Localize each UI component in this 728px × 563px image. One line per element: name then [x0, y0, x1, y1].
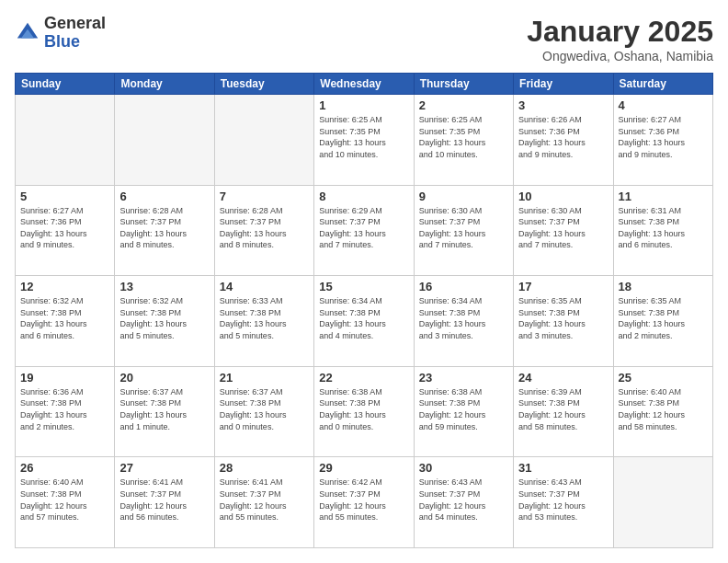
- day-number: 14: [220, 280, 309, 293]
- day-number: 7: [220, 190, 309, 203]
- calendar-week-row: 12Sunrise: 6:32 AM Sunset: 7:38 PM Dayli…: [16, 276, 713, 367]
- table-row: 3Sunrise: 6:26 AM Sunset: 7:36 PM Daylig…: [514, 95, 613, 186]
- month-title: January 2025: [527, 15, 713, 49]
- table-row: [16, 95, 115, 186]
- day-info: Sunrise: 6:42 AM Sunset: 7:37 PM Dayligh…: [319, 477, 408, 523]
- day-info: Sunrise: 6:39 AM Sunset: 7:38 PM Dayligh…: [518, 386, 608, 432]
- day-info: Sunrise: 6:43 AM Sunset: 7:37 PM Dayligh…: [419, 477, 508, 523]
- calendar-week-row: 26Sunrise: 6:40 AM Sunset: 7:38 PM Dayli…: [16, 457, 713, 548]
- day-number: 30: [419, 461, 508, 475]
- day-number: 19: [20, 371, 109, 385]
- day-number: 5: [20, 190, 109, 203]
- day-info: Sunrise: 6:31 AM Sunset: 7:38 PM Dayligh…: [619, 205, 708, 251]
- calendar-table: Sunday Monday Tuesday Wednesday Thursday…: [15, 73, 713, 548]
- day-info: Sunrise: 6:38 AM Sunset: 7:38 PM Dayligh…: [419, 386, 508, 432]
- day-info: Sunrise: 6:43 AM Sunset: 7:37 PM Dayligh…: [518, 477, 608, 523]
- day-number: 28: [220, 461, 309, 475]
- day-number: 2: [419, 98, 508, 112]
- day-info: Sunrise: 6:41 AM Sunset: 7:37 PM Dayligh…: [119, 477, 209, 523]
- table-row: 26Sunrise: 6:40 AM Sunset: 7:38 PM Dayli…: [16, 457, 115, 548]
- day-info: Sunrise: 6:34 AM Sunset: 7:38 PM Dayligh…: [419, 295, 508, 341]
- col-friday: Friday: [514, 74, 613, 95]
- day-info: Sunrise: 6:41 AM Sunset: 7:37 PM Dayligh…: [220, 477, 309, 523]
- day-number: 10: [518, 190, 608, 203]
- table-row: 27Sunrise: 6:41 AM Sunset: 7:37 PM Dayli…: [115, 457, 214, 548]
- table-row: 5Sunrise: 6:27 AM Sunset: 7:36 PM Daylig…: [16, 185, 115, 276]
- day-info: Sunrise: 6:40 AM Sunset: 7:38 PM Dayligh…: [619, 386, 708, 432]
- table-row: 23Sunrise: 6:38 AM Sunset: 7:38 PM Dayli…: [414, 366, 513, 457]
- table-row: 20Sunrise: 6:37 AM Sunset: 7:38 PM Dayli…: [115, 366, 214, 457]
- day-number: 29: [319, 461, 408, 475]
- day-info: Sunrise: 6:29 AM Sunset: 7:37 PM Dayligh…: [319, 205, 408, 251]
- table-row: 30Sunrise: 6:43 AM Sunset: 7:37 PM Dayli…: [414, 457, 513, 548]
- col-thursday: Thursday: [414, 74, 513, 95]
- location-subtitle: Ongwediva, Oshana, Namibia: [527, 49, 713, 63]
- table-row: 2Sunrise: 6:25 AM Sunset: 7:35 PM Daylig…: [414, 95, 513, 186]
- logo-blue: Blue: [44, 33, 106, 52]
- table-row: 28Sunrise: 6:41 AM Sunset: 7:37 PM Dayli…: [214, 457, 313, 548]
- table-row: 15Sunrise: 6:34 AM Sunset: 7:38 PM Dayli…: [314, 276, 414, 367]
- day-number: 13: [119, 280, 209, 293]
- day-info: Sunrise: 6:27 AM Sunset: 7:36 PM Dayligh…: [619, 114, 708, 160]
- table-row: 1Sunrise: 6:25 AM Sunset: 7:35 PM Daylig…: [314, 95, 414, 186]
- table-row: 22Sunrise: 6:38 AM Sunset: 7:38 PM Dayli…: [314, 366, 414, 457]
- day-info: Sunrise: 6:30 AM Sunset: 7:37 PM Dayligh…: [518, 205, 608, 251]
- table-row: 7Sunrise: 6:28 AM Sunset: 7:37 PM Daylig…: [214, 185, 313, 276]
- table-row: 11Sunrise: 6:31 AM Sunset: 7:38 PM Dayli…: [613, 185, 712, 276]
- day-number: 27: [119, 461, 209, 475]
- calendar-week-row: 5Sunrise: 6:27 AM Sunset: 7:36 PM Daylig…: [16, 185, 713, 276]
- table-row: 9Sunrise: 6:30 AM Sunset: 7:37 PM Daylig…: [414, 185, 513, 276]
- day-info: Sunrise: 6:27 AM Sunset: 7:36 PM Dayligh…: [20, 205, 109, 251]
- logo-text: General Blue: [44, 15, 106, 52]
- day-info: Sunrise: 6:32 AM Sunset: 7:38 PM Dayligh…: [20, 295, 109, 341]
- day-number: 6: [119, 190, 209, 203]
- day-info: Sunrise: 6:35 AM Sunset: 7:38 PM Dayligh…: [518, 295, 608, 341]
- day-number: 31: [518, 461, 608, 475]
- col-wednesday: Wednesday: [314, 74, 414, 95]
- day-number: 4: [619, 98, 708, 112]
- day-info: Sunrise: 6:35 AM Sunset: 7:38 PM Dayligh…: [619, 295, 708, 341]
- table-row: 29Sunrise: 6:42 AM Sunset: 7:37 PM Dayli…: [314, 457, 414, 548]
- table-row: 16Sunrise: 6:34 AM Sunset: 7:38 PM Dayli…: [414, 276, 513, 367]
- page: General Blue January 2025 Ongwediva, Osh…: [0, 0, 728, 563]
- table-row: 12Sunrise: 6:32 AM Sunset: 7:38 PM Dayli…: [16, 276, 115, 367]
- day-info: Sunrise: 6:25 AM Sunset: 7:35 PM Dayligh…: [319, 114, 408, 160]
- table-row: [115, 95, 214, 186]
- day-info: Sunrise: 6:40 AM Sunset: 7:38 PM Dayligh…: [20, 477, 109, 523]
- calendar-week-row: 19Sunrise: 6:36 AM Sunset: 7:38 PM Dayli…: [16, 366, 713, 457]
- calendar-week-row: 1Sunrise: 6:25 AM Sunset: 7:35 PM Daylig…: [16, 95, 713, 186]
- day-info: Sunrise: 6:28 AM Sunset: 7:37 PM Dayligh…: [119, 205, 209, 251]
- day-number: 18: [619, 280, 708, 293]
- table-row: 13Sunrise: 6:32 AM Sunset: 7:38 PM Dayli…: [115, 276, 214, 367]
- logo-icon: [15, 20, 40, 46]
- day-number: 1: [319, 98, 408, 112]
- table-row: 10Sunrise: 6:30 AM Sunset: 7:37 PM Dayli…: [514, 185, 613, 276]
- table-row: 24Sunrise: 6:39 AM Sunset: 7:38 PM Dayli…: [514, 366, 613, 457]
- day-number: 16: [419, 280, 508, 293]
- day-number: 17: [518, 280, 608, 293]
- table-row: 6Sunrise: 6:28 AM Sunset: 7:37 PM Daylig…: [115, 185, 214, 276]
- table-row: 25Sunrise: 6:40 AM Sunset: 7:38 PM Dayli…: [613, 366, 712, 457]
- table-row: [613, 457, 712, 548]
- day-info: Sunrise: 6:30 AM Sunset: 7:37 PM Dayligh…: [419, 205, 508, 251]
- header: General Blue January 2025 Ongwediva, Osh…: [15, 15, 713, 63]
- day-number: 12: [20, 280, 109, 293]
- calendar-header-row: Sunday Monday Tuesday Wednesday Thursday…: [16, 74, 713, 95]
- day-number: 3: [518, 98, 608, 112]
- day-info: Sunrise: 6:32 AM Sunset: 7:38 PM Dayligh…: [119, 295, 209, 341]
- col-sunday: Sunday: [16, 74, 115, 95]
- day-number: 11: [619, 190, 708, 203]
- day-number: 8: [319, 190, 408, 203]
- table-row: 21Sunrise: 6:37 AM Sunset: 7:38 PM Dayli…: [214, 366, 313, 457]
- table-row: 31Sunrise: 6:43 AM Sunset: 7:37 PM Dayli…: [514, 457, 613, 548]
- table-row: 17Sunrise: 6:35 AM Sunset: 7:38 PM Dayli…: [514, 276, 613, 367]
- day-info: Sunrise: 6:37 AM Sunset: 7:38 PM Dayligh…: [119, 386, 209, 432]
- day-info: Sunrise: 6:26 AM Sunset: 7:36 PM Dayligh…: [518, 114, 608, 160]
- day-number: 26: [20, 461, 109, 475]
- day-number: 23: [419, 371, 508, 385]
- title-area: January 2025 Ongwediva, Oshana, Namibia: [527, 15, 713, 63]
- day-info: Sunrise: 6:28 AM Sunset: 7:37 PM Dayligh…: [220, 205, 309, 251]
- day-info: Sunrise: 6:38 AM Sunset: 7:38 PM Dayligh…: [319, 386, 408, 432]
- day-number: 25: [619, 371, 708, 385]
- day-number: 15: [319, 280, 408, 293]
